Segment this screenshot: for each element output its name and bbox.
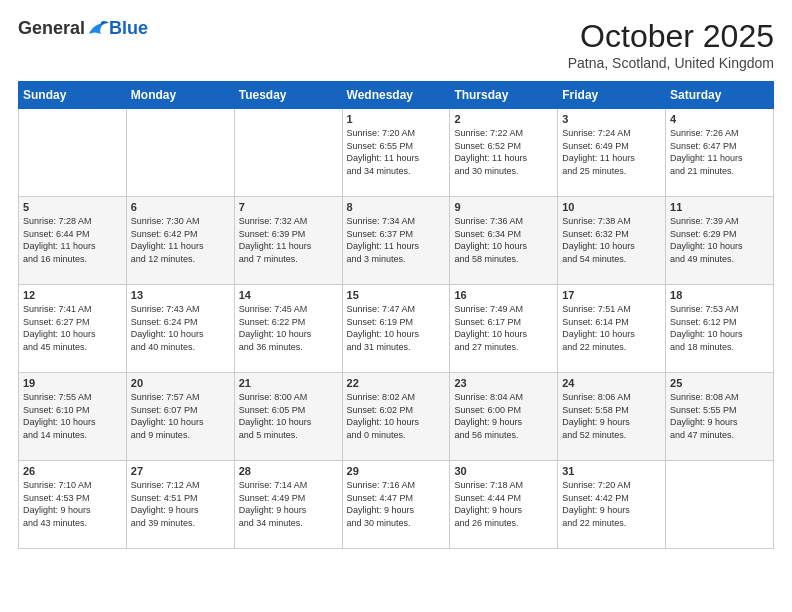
calendar-cell: 11Sunrise: 7:39 AM Sunset: 6:29 PM Dayli… (666, 197, 774, 285)
calendar-cell: 23Sunrise: 8:04 AM Sunset: 6:00 PM Dayli… (450, 373, 558, 461)
day-number: 29 (347, 465, 446, 477)
day-number: 19 (23, 377, 122, 389)
day-number: 3 (562, 113, 661, 125)
cell-info: Sunrise: 8:06 AM Sunset: 5:58 PM Dayligh… (562, 391, 661, 441)
cell-info: Sunrise: 7:12 AM Sunset: 4:51 PM Dayligh… (131, 479, 230, 529)
day-number: 20 (131, 377, 230, 389)
cell-info: Sunrise: 7:24 AM Sunset: 6:49 PM Dayligh… (562, 127, 661, 177)
calendar-cell: 20Sunrise: 7:57 AM Sunset: 6:07 PM Dayli… (126, 373, 234, 461)
calendar-cell (666, 461, 774, 549)
cell-info: Sunrise: 7:28 AM Sunset: 6:44 PM Dayligh… (23, 215, 122, 265)
day-number: 16 (454, 289, 553, 301)
calendar-cell (234, 109, 342, 197)
calendar-cell: 4Sunrise: 7:26 AM Sunset: 6:47 PM Daylig… (666, 109, 774, 197)
day-number: 7 (239, 201, 338, 213)
day-number: 30 (454, 465, 553, 477)
day-number: 21 (239, 377, 338, 389)
cell-info: Sunrise: 7:22 AM Sunset: 6:52 PM Dayligh… (454, 127, 553, 177)
day-number: 26 (23, 465, 122, 477)
day-number: 5 (23, 201, 122, 213)
cell-info: Sunrise: 7:51 AM Sunset: 6:14 PM Dayligh… (562, 303, 661, 353)
calendar-cell: 31Sunrise: 7:20 AM Sunset: 4:42 PM Dayli… (558, 461, 666, 549)
cell-info: Sunrise: 7:10 AM Sunset: 4:53 PM Dayligh… (23, 479, 122, 529)
cell-info: Sunrise: 7:16 AM Sunset: 4:47 PM Dayligh… (347, 479, 446, 529)
day-number: 13 (131, 289, 230, 301)
cell-info: Sunrise: 8:02 AM Sunset: 6:02 PM Dayligh… (347, 391, 446, 441)
calendar-cell: 14Sunrise: 7:45 AM Sunset: 6:22 PM Dayli… (234, 285, 342, 373)
calendar-cell: 8Sunrise: 7:34 AM Sunset: 6:37 PM Daylig… (342, 197, 450, 285)
location: Patna, Scotland, United Kingdom (568, 55, 774, 71)
cell-info: Sunrise: 7:53 AM Sunset: 6:12 PM Dayligh… (670, 303, 769, 353)
day-number: 12 (23, 289, 122, 301)
cell-info: Sunrise: 7:36 AM Sunset: 6:34 PM Dayligh… (454, 215, 553, 265)
day-number: 1 (347, 113, 446, 125)
day-number: 10 (562, 201, 661, 213)
calendar-week-1: 1Sunrise: 7:20 AM Sunset: 6:55 PM Daylig… (19, 109, 774, 197)
calendar-cell: 6Sunrise: 7:30 AM Sunset: 6:42 PM Daylig… (126, 197, 234, 285)
logo: General Blue (18, 18, 148, 39)
calendar-cell: 22Sunrise: 8:02 AM Sunset: 6:02 PM Dayli… (342, 373, 450, 461)
logo-general: General (18, 18, 85, 39)
calendar-cell: 15Sunrise: 7:47 AM Sunset: 6:19 PM Dayli… (342, 285, 450, 373)
calendar-cell: 2Sunrise: 7:22 AM Sunset: 6:52 PM Daylig… (450, 109, 558, 197)
cell-info: Sunrise: 7:39 AM Sunset: 6:29 PM Dayligh… (670, 215, 769, 265)
day-number: 8 (347, 201, 446, 213)
day-number: 31 (562, 465, 661, 477)
calendar-cell: 16Sunrise: 7:49 AM Sunset: 6:17 PM Dayli… (450, 285, 558, 373)
day-number: 22 (347, 377, 446, 389)
cell-info: Sunrise: 7:47 AM Sunset: 6:19 PM Dayligh… (347, 303, 446, 353)
header-sunday: Sunday (19, 82, 127, 109)
cell-info: Sunrise: 8:04 AM Sunset: 6:00 PM Dayligh… (454, 391, 553, 441)
header-saturday: Saturday (666, 82, 774, 109)
header-monday: Monday (126, 82, 234, 109)
cell-info: Sunrise: 7:38 AM Sunset: 6:32 PM Dayligh… (562, 215, 661, 265)
cell-info: Sunrise: 7:34 AM Sunset: 6:37 PM Dayligh… (347, 215, 446, 265)
day-number: 4 (670, 113, 769, 125)
calendar-cell: 17Sunrise: 7:51 AM Sunset: 6:14 PM Dayli… (558, 285, 666, 373)
calendar-cell: 9Sunrise: 7:36 AM Sunset: 6:34 PM Daylig… (450, 197, 558, 285)
calendar-table: Sunday Monday Tuesday Wednesday Thursday… (18, 81, 774, 549)
cell-info: Sunrise: 7:45 AM Sunset: 6:22 PM Dayligh… (239, 303, 338, 353)
calendar-cell: 29Sunrise: 7:16 AM Sunset: 4:47 PM Dayli… (342, 461, 450, 549)
day-number: 15 (347, 289, 446, 301)
calendar-cell: 3Sunrise: 7:24 AM Sunset: 6:49 PM Daylig… (558, 109, 666, 197)
day-number: 18 (670, 289, 769, 301)
cell-info: Sunrise: 7:26 AM Sunset: 6:47 PM Dayligh… (670, 127, 769, 177)
cell-info: Sunrise: 7:20 AM Sunset: 4:42 PM Dayligh… (562, 479, 661, 529)
cell-info: Sunrise: 8:08 AM Sunset: 5:55 PM Dayligh… (670, 391, 769, 441)
calendar-week-5: 26Sunrise: 7:10 AM Sunset: 4:53 PM Dayli… (19, 461, 774, 549)
day-number: 2 (454, 113, 553, 125)
header-wednesday: Wednesday (342, 82, 450, 109)
calendar-week-2: 5Sunrise: 7:28 AM Sunset: 6:44 PM Daylig… (19, 197, 774, 285)
day-number: 24 (562, 377, 661, 389)
calendar-week-3: 12Sunrise: 7:41 AM Sunset: 6:27 PM Dayli… (19, 285, 774, 373)
calendar-week-4: 19Sunrise: 7:55 AM Sunset: 6:10 PM Dayli… (19, 373, 774, 461)
header-friday: Friday (558, 82, 666, 109)
calendar-cell: 30Sunrise: 7:18 AM Sunset: 4:44 PM Dayli… (450, 461, 558, 549)
page: General Blue October 2025 Patna, Scotlan… (0, 0, 792, 612)
calendar-cell: 5Sunrise: 7:28 AM Sunset: 6:44 PM Daylig… (19, 197, 127, 285)
cell-info: Sunrise: 7:55 AM Sunset: 6:10 PM Dayligh… (23, 391, 122, 441)
calendar-cell: 12Sunrise: 7:41 AM Sunset: 6:27 PM Dayli… (19, 285, 127, 373)
calendar-cell: 18Sunrise: 7:53 AM Sunset: 6:12 PM Dayli… (666, 285, 774, 373)
cell-info: Sunrise: 7:14 AM Sunset: 4:49 PM Dayligh… (239, 479, 338, 529)
cell-info: Sunrise: 7:57 AM Sunset: 6:07 PM Dayligh… (131, 391, 230, 441)
cell-info: Sunrise: 7:18 AM Sunset: 4:44 PM Dayligh… (454, 479, 553, 529)
calendar-cell: 1Sunrise: 7:20 AM Sunset: 6:55 PM Daylig… (342, 109, 450, 197)
day-number: 11 (670, 201, 769, 213)
header-thursday: Thursday (450, 82, 558, 109)
cell-info: Sunrise: 7:41 AM Sunset: 6:27 PM Dayligh… (23, 303, 122, 353)
day-number: 23 (454, 377, 553, 389)
calendar-cell: 7Sunrise: 7:32 AM Sunset: 6:39 PM Daylig… (234, 197, 342, 285)
cell-info: Sunrise: 8:00 AM Sunset: 6:05 PM Dayligh… (239, 391, 338, 441)
day-number: 17 (562, 289, 661, 301)
month-title: October 2025 (568, 18, 774, 55)
calendar-cell: 28Sunrise: 7:14 AM Sunset: 4:49 PM Dayli… (234, 461, 342, 549)
day-number: 28 (239, 465, 338, 477)
day-number: 9 (454, 201, 553, 213)
calendar-cell: 13Sunrise: 7:43 AM Sunset: 6:24 PM Dayli… (126, 285, 234, 373)
day-number: 14 (239, 289, 338, 301)
calendar-cell: 24Sunrise: 8:06 AM Sunset: 5:58 PM Dayli… (558, 373, 666, 461)
calendar-cell (19, 109, 127, 197)
cell-info: Sunrise: 7:20 AM Sunset: 6:55 PM Dayligh… (347, 127, 446, 177)
